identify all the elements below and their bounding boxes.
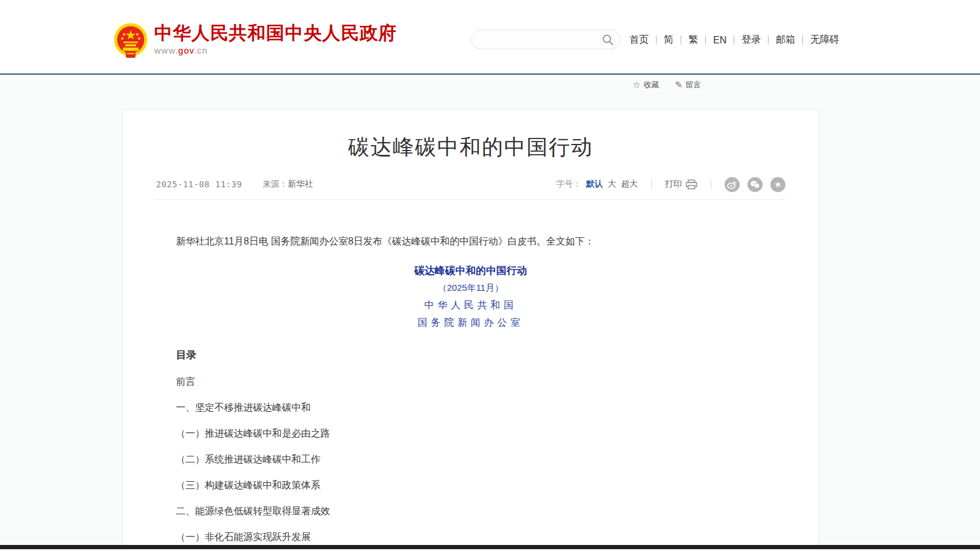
fontsize-xlarge-button[interactable]: 超大 <box>621 179 638 190</box>
toc-item-section1-1: （一）推进碳达峰碳中和是必由之路 <box>176 427 766 440</box>
fontsize-default-button[interactable]: 默认 <box>586 179 603 190</box>
share-weibo-icon[interactable] <box>725 177 740 192</box>
favorite-label: 收藏 <box>643 79 659 90</box>
meta-separator <box>711 180 711 189</box>
nav-home[interactable]: 首页 <box>629 34 649 46</box>
site-url-cn: .cn <box>194 45 208 55</box>
share-star-icon[interactable]: ★ <box>770 177 785 192</box>
toc-item-section1-3: （三）构建碳达峰碳中和政策体系 <box>176 479 766 492</box>
site-url-gov: gov <box>178 45 194 55</box>
document-issuer-office: 国务院新闻办公室 <box>176 317 766 329</box>
favorite-button[interactable]: ☆ 收藏 <box>632 79 659 90</box>
nav-simplified-chinese[interactable]: 简 <box>664 34 673 46</box>
toc-item-section2: 二、能源绿色低碳转型取得显著成效 <box>176 505 766 518</box>
site-url-www: www. <box>154 45 178 55</box>
article-card: 碳达峰碳中和的中国行动 2025-11-08 11:39 来源： 新华社 字号：… <box>122 109 819 551</box>
viewport-bottom-edge <box>0 545 980 549</box>
article-meta-row: 2025-11-08 11:39 来源： 新华社 字号： 默认 大 超大 打印 <box>156 177 785 191</box>
pencil-icon: ✎ <box>675 79 682 90</box>
fontsize-large-button[interactable]: 大 <box>608 179 616 190</box>
source-label: 来源： <box>263 179 288 190</box>
toc-item-section1: 一、坚定不移推进碳达峰碳中和 <box>176 401 766 414</box>
nav-login[interactable]: 登录 <box>741 34 761 46</box>
toc-heading: 目录 <box>176 348 766 363</box>
share-icons: ★ <box>725 177 785 192</box>
toc-item-preface: 前言 <box>176 375 766 388</box>
document-issuer-country: 中华人民共和国 <box>176 299 766 311</box>
meta-divider <box>155 199 787 200</box>
star-icon: ☆ <box>632 79 640 90</box>
nav-separator <box>681 36 681 45</box>
page-actions: ☆ 收藏 ✎ 留言 <box>632 79 701 90</box>
document-title: 碳达峰碳中和的中国行动 <box>176 264 766 278</box>
print-button[interactable]: 打印 <box>665 179 682 190</box>
fontsize-label: 字号： <box>556 179 581 190</box>
site-header: 中华人民共和国中央人民政府 www.gov.cn 首页 简 繁 EN 登录 <box>0 0 980 73</box>
nav-separator <box>705 36 706 45</box>
search-input[interactable] <box>481 30 602 49</box>
search-icon[interactable] <box>602 34 614 46</box>
article-meta-right: 字号： 默认 大 超大 打印 <box>556 177 785 192</box>
nav-separator <box>768 36 769 45</box>
site-url[interactable]: www.gov.cn <box>154 45 397 55</box>
nav-separator <box>656 36 657 45</box>
nav-separator <box>734 36 734 45</box>
nav-accessibility[interactable]: 无障碍 <box>810 34 839 46</box>
article-intro: 新华社北京11月8日电 国务院新闻办公室8日发布《碳达峰碳中和的中国行动》白皮书… <box>176 235 766 248</box>
site-title: 中华人民共和国中央人民政府 <box>154 23 397 43</box>
nav-traditional-chinese[interactable]: 繁 <box>688 34 698 46</box>
top-nav: 首页 简 繁 EN 登录 邮箱 无障碍 <box>629 34 839 46</box>
search-box <box>471 30 620 49</box>
national-emblem-icon <box>113 23 148 59</box>
nav-mailbox[interactable]: 邮箱 <box>776 34 795 46</box>
share-wechat-icon[interactable] <box>747 177 763 192</box>
printer-icon[interactable] <box>682 179 698 190</box>
article-body: 新华社北京11月8日电 国务院新闻办公室8日发布《碳达峰碳中和的中国行动》白皮书… <box>123 235 819 544</box>
meta-separator <box>651 180 652 189</box>
document-date: （2025年11月） <box>176 282 766 294</box>
toc-item-section1-2: （二）系统推进碳达峰碳中和工作 <box>176 453 766 466</box>
nav-separator <box>802 36 803 45</box>
site-logo-group[interactable]: 中华人民共和国中央人民政府 www.gov.cn <box>113 23 397 59</box>
article-title: 碳达峰碳中和的中国行动 <box>123 134 819 160</box>
comment-label: 留言 <box>685 79 701 90</box>
page: 中华人民共和国中央人民政府 www.gov.cn 首页 简 繁 EN 登录 <box>0 0 980 551</box>
star-glyph: ★ <box>774 180 782 188</box>
comment-button[interactable]: ✎ 留言 <box>675 79 701 90</box>
publish-date: 2025-11-08 11:39 <box>156 179 242 189</box>
nav-english[interactable]: EN <box>713 35 726 46</box>
source-value: 新华社 <box>288 179 313 190</box>
article-meta-left: 2025-11-08 11:39 来源： 新华社 <box>156 179 313 190</box>
toc-item-section2-1: （一）非化石能源实现跃升发展 <box>176 531 766 544</box>
